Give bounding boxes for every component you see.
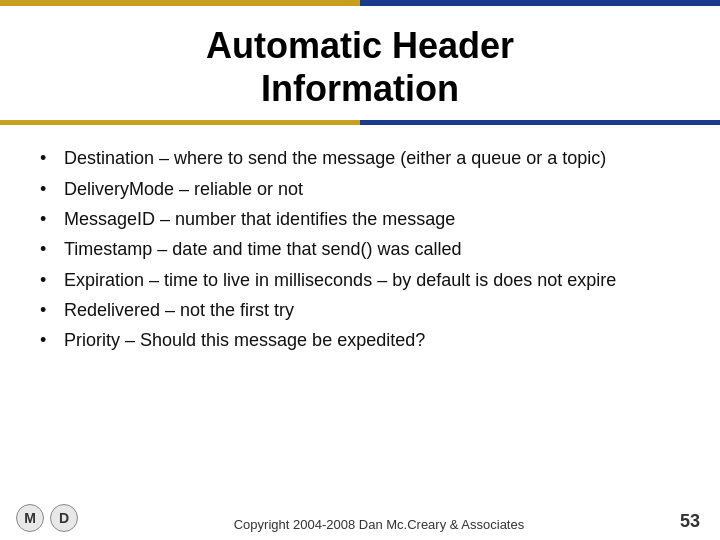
- list-item: •DeliveryMode – reliable or not: [40, 174, 680, 204]
- list-item-text: Expiration – time to live in millisecond…: [64, 268, 680, 292]
- list-item: •Expiration – time to live in millisecon…: [40, 265, 680, 295]
- list-item: •Timestamp – date and time that send() w…: [40, 234, 680, 264]
- bullet-icon: •: [40, 146, 58, 170]
- title-line2: Information: [261, 68, 459, 109]
- bullet-icon: •: [40, 298, 58, 322]
- list-item: •MessageID – number that identifies the …: [40, 204, 680, 234]
- list-item: •Destination – where to send the message…: [40, 143, 680, 173]
- bottom-title-bar: [0, 120, 720, 125]
- list-item-text: Redelivered – not the first try: [64, 298, 680, 322]
- footer-left: M D: [16, 504, 78, 532]
- list-item-text: MessageID – number that identifies the m…: [64, 207, 680, 231]
- title-area: Automatic Header Information: [0, 6, 720, 120]
- list-item-text: Destination – where to send the message …: [64, 146, 680, 170]
- list-item-text: Timestamp – date and time that send() wa…: [64, 237, 680, 261]
- bullet-icon: •: [40, 207, 58, 231]
- bullet-icon: •: [40, 328, 58, 352]
- bullet-icon: •: [40, 177, 58, 201]
- footer-page-number: 53: [680, 511, 700, 532]
- list-item-text: Priority – Should this message be expedi…: [64, 328, 680, 352]
- circle-d: D: [50, 504, 78, 532]
- list-item-text: DeliveryMode – reliable or not: [64, 177, 680, 201]
- footer-copyright: Copyright 2004-2008 Dan Mc.Creary & Asso…: [88, 517, 670, 532]
- title-line1: Automatic Header: [206, 25, 514, 66]
- circle-m: M: [16, 504, 44, 532]
- bullet-icon: •: [40, 237, 58, 261]
- bullet-list: •Destination – where to send the message…: [40, 143, 680, 355]
- bullet-icon: •: [40, 268, 58, 292]
- list-item: •Priority – Should this message be exped…: [40, 325, 680, 355]
- content-area: •Destination – where to send the message…: [0, 137, 720, 365]
- footer: M D Copyright 2004-2008 Dan Mc.Creary & …: [0, 498, 720, 540]
- list-item: •Redelivered – not the first try: [40, 295, 680, 325]
- page-title: Automatic Header Information: [20, 24, 700, 110]
